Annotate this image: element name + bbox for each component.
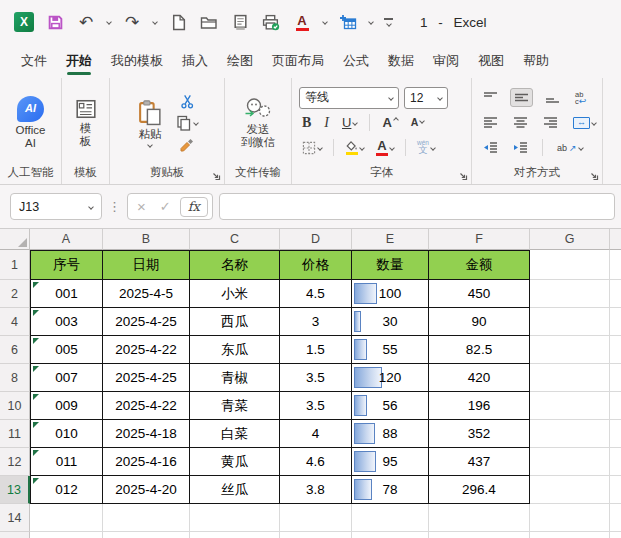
paste-dropdown-icon[interactable] bbox=[147, 142, 153, 148]
cell-serial[interactable]: 005 bbox=[30, 336, 103, 364]
font-size-select[interactable]: 12 bbox=[404, 87, 448, 109]
cancel-icon[interactable]: × bbox=[132, 198, 151, 215]
grow-font-icon[interactable]: A bbox=[379, 114, 400, 131]
font-color-dropdown-icon[interactable] bbox=[322, 19, 328, 25]
tab-my-templates[interactable]: 我的模板 bbox=[110, 46, 164, 76]
merge-center-icon[interactable]: ↔ bbox=[570, 115, 599, 131]
cell-empty[interactable] bbox=[530, 448, 610, 476]
cell-date[interactable]: 2025-4-20 bbox=[103, 476, 190, 504]
row-header-14[interactable]: 14 bbox=[0, 504, 30, 532]
tab-file[interactable]: 文件 bbox=[20, 46, 48, 76]
open-folder-icon[interactable] bbox=[199, 12, 219, 32]
align-left-icon[interactable] bbox=[480, 114, 501, 131]
send-to-wechat-button[interactable]: 发送到微信 bbox=[237, 95, 280, 151]
tab-data[interactable]: 数据 bbox=[387, 46, 415, 76]
row-header[interactable]: 10 bbox=[0, 392, 30, 420]
alignment-dialog-launcher-icon[interactable] bbox=[589, 171, 599, 181]
redo-icon[interactable]: ↷ bbox=[122, 12, 142, 32]
template-button[interactable]: 模板 bbox=[71, 96, 101, 150]
undo-icon[interactable]: ↶ bbox=[76, 12, 96, 32]
cell-name[interactable]: 白菜 bbox=[190, 420, 280, 448]
increase-indent-icon[interactable] bbox=[510, 139, 531, 156]
font-color-icon[interactable]: A bbox=[292, 12, 312, 32]
cell-empty[interactable] bbox=[530, 364, 610, 392]
cell-quantity[interactable]: 88 bbox=[352, 420, 429, 448]
row-header[interactable]: 2 bbox=[0, 280, 30, 308]
formula-bar-handle[interactable]: ⋮ bbox=[108, 199, 121, 214]
col-header-a[interactable]: A bbox=[30, 229, 103, 250]
cell-date[interactable]: 2025-4-16 bbox=[103, 448, 190, 476]
wrap-text-icon[interactable]: abc↩ bbox=[572, 89, 589, 107]
phonetic-guide-icon[interactable]: wén文 bbox=[414, 138, 438, 158]
bold-button[interactable]: B bbox=[299, 113, 314, 133]
header-cell-riqi[interactable]: 日期 bbox=[103, 250, 190, 280]
align-center-icon[interactable] bbox=[510, 114, 531, 131]
toolbar-overflow-icon[interactable] bbox=[384, 18, 393, 26]
cell-amount[interactable]: 82.5 bbox=[429, 336, 530, 364]
cell-price[interactable]: 4 bbox=[280, 420, 352, 448]
cell-quantity[interactable]: 55 bbox=[352, 336, 429, 364]
cell-date[interactable]: 2025-4-22 bbox=[103, 392, 190, 420]
tab-help[interactable]: 帮助 bbox=[522, 46, 550, 76]
format-painter-icon[interactable] bbox=[173, 135, 201, 154]
format-cells-icon[interactable] bbox=[338, 12, 358, 32]
row-header[interactable]: 6 bbox=[0, 336, 30, 364]
row-header[interactable]: 8 bbox=[0, 364, 30, 392]
cell-price[interactable]: 3.8 bbox=[280, 476, 352, 504]
font-name-select[interactable]: 等线 bbox=[299, 87, 399, 109]
cell-empty[interactable] bbox=[530, 420, 610, 448]
cell-date[interactable]: 2025-4-25 bbox=[103, 364, 190, 392]
insert-function-icon[interactable]: fx bbox=[180, 197, 208, 217]
row-header[interactable]: 12 bbox=[0, 448, 30, 476]
cell-quantity[interactable]: 120 bbox=[352, 364, 429, 392]
name-box[interactable]: J13 bbox=[10, 193, 102, 220]
header-cell-xuhao[interactable]: 序号 bbox=[30, 250, 103, 280]
cell-quantity[interactable]: 56 bbox=[352, 392, 429, 420]
cell-amount[interactable]: 296.4 bbox=[429, 476, 530, 504]
cell-amount[interactable]: 196 bbox=[429, 392, 530, 420]
cell-serial[interactable]: 007 bbox=[30, 364, 103, 392]
row-header-1[interactable]: 1 bbox=[0, 250, 30, 280]
ribbon-font-color-icon[interactable]: A bbox=[373, 137, 397, 158]
align-middle-icon[interactable] bbox=[510, 88, 533, 107]
header-cell-jine[interactable]: 金额 bbox=[429, 250, 530, 280]
tab-insert[interactable]: 插入 bbox=[181, 46, 209, 76]
new-file-icon[interactable] bbox=[168, 12, 188, 32]
office-ai-button[interactable]: AI OfficeAI bbox=[12, 94, 50, 152]
col-header-f[interactable]: F bbox=[429, 229, 530, 250]
cell-empty[interactable] bbox=[530, 336, 610, 364]
cell-amount[interactable]: 90 bbox=[429, 308, 530, 336]
cell-date[interactable]: 2025-4-5 bbox=[103, 280, 190, 308]
cell-date[interactable]: 2025-4-25 bbox=[103, 308, 190, 336]
cell-quantity[interactable]: 95 bbox=[352, 448, 429, 476]
cell-amount[interactable]: 437 bbox=[429, 448, 530, 476]
cell-name[interactable]: 黄瓜 bbox=[190, 448, 280, 476]
cell-quantity[interactable]: 30 bbox=[352, 308, 429, 336]
header-cell-mingcheng[interactable]: 名称 bbox=[190, 250, 280, 280]
align-top-icon[interactable] bbox=[480, 89, 501, 106]
col-header-e[interactable]: E bbox=[352, 229, 429, 250]
cell-quantity[interactable]: 78 bbox=[352, 476, 429, 504]
paste-button[interactable]: 粘贴 bbox=[133, 97, 167, 149]
cell-price[interactable]: 3.5 bbox=[280, 364, 352, 392]
cell-serial[interactable]: 009 bbox=[30, 392, 103, 420]
italic-button[interactable]: I bbox=[321, 113, 332, 133]
cell-amount[interactable]: 420 bbox=[429, 364, 530, 392]
align-bottom-icon[interactable] bbox=[542, 89, 563, 106]
cell-date[interactable]: 2025-4-18 bbox=[103, 420, 190, 448]
cell-empty[interactable] bbox=[530, 308, 610, 336]
copy-icon[interactable] bbox=[173, 113, 201, 133]
col-header-d[interactable]: D bbox=[280, 229, 352, 250]
cell-name[interactable]: 东瓜 bbox=[190, 336, 280, 364]
header-cell-shuliang[interactable]: 数量 bbox=[352, 250, 429, 280]
cell-name[interactable]: 丝瓜 bbox=[190, 476, 280, 504]
formula-input[interactable] bbox=[219, 193, 615, 220]
cell-amount[interactable]: 450 bbox=[429, 280, 530, 308]
cell-price[interactable]: 4.6 bbox=[280, 448, 352, 476]
print-icon[interactable] bbox=[261, 12, 281, 32]
shrink-font-icon[interactable]: A bbox=[408, 115, 428, 130]
borders-icon[interactable] bbox=[299, 139, 325, 157]
col-header-g[interactable]: G bbox=[530, 229, 610, 250]
fill-color-icon[interactable] bbox=[342, 139, 367, 157]
col-header-c[interactable]: C bbox=[190, 229, 280, 250]
